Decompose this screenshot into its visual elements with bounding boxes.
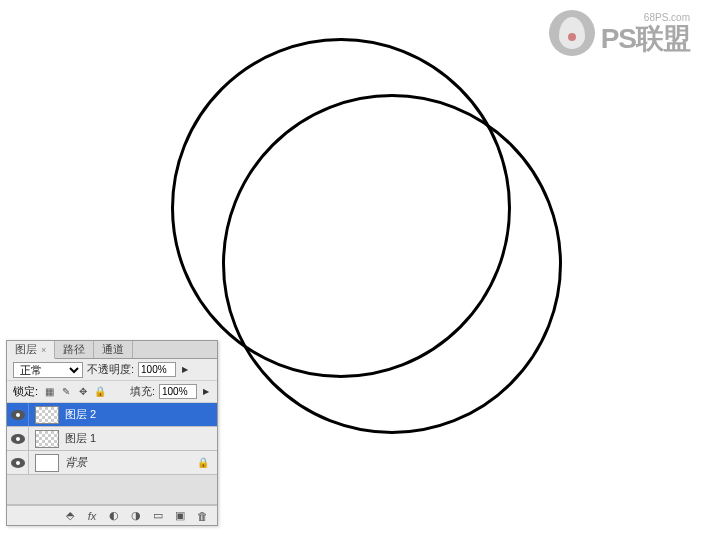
opacity-input[interactable] <box>138 362 176 377</box>
layer-item[interactable]: 图层 1 <box>7 427 217 451</box>
watermark: 68PS.com PS联盟 <box>549 10 690 56</box>
tab-label: 通道 <box>102 342 124 357</box>
layer-item[interactable]: 图层 2 <box>7 403 217 427</box>
watermark-url: 68PS.com <box>601 13 690 23</box>
layer-thumbnail[interactable] <box>35 430 59 448</box>
visibility-toggle[interactable] <box>7 451 29 474</box>
circle-shape-2 <box>222 94 562 434</box>
layer-name[interactable]: 背景 <box>65 455 87 470</box>
lock-transparency-icon[interactable]: ▦ <box>42 385 56 399</box>
tab-label: 图层 <box>15 342 37 357</box>
fill-label: 填充: <box>130 384 155 399</box>
layers-panel: 图层 × 路径 通道 正常 不透明度: ▶ 锁定: ▦ ✎ ✥ 🔒 填充: ▶ <box>6 340 218 526</box>
eye-icon <box>11 434 25 444</box>
tab-channels[interactable]: 通道 <box>94 341 133 358</box>
link-layers-icon[interactable]: ⬘ <box>63 509 77 523</box>
lock-position-icon[interactable]: ✥ <box>76 385 90 399</box>
blend-mode-select[interactable]: 正常 <box>13 362 83 378</box>
layer-item[interactable]: 背景 🔒 <box>7 451 217 475</box>
watermark-brand: PS联盟 <box>601 25 690 53</box>
new-layer-icon[interactable]: ▣ <box>173 509 187 523</box>
fill-input[interactable] <box>159 384 197 399</box>
opacity-flyout-icon[interactable]: ▶ <box>180 365 190 374</box>
tab-close-icon[interactable]: × <box>41 345 46 355</box>
layer-list-spacer <box>7 475 217 505</box>
lock-fill-row: 锁定: ▦ ✎ ✥ 🔒 填充: ▶ <box>7 381 217 403</box>
panel-footer: ⬘ fx ◐ ◑ ▭ ▣ 🗑 <box>7 505 217 525</box>
layer-thumbnail[interactable] <box>35 406 59 424</box>
watermark-logo-icon <box>549 10 595 56</box>
layer-group-icon[interactable]: ▭ <box>151 509 165 523</box>
fill-flyout-icon[interactable]: ▶ <box>201 387 211 396</box>
lock-icons-group: ▦ ✎ ✥ 🔒 <box>42 385 107 399</box>
eye-icon <box>11 410 25 420</box>
lock-pixels-icon[interactable]: ✎ <box>59 385 73 399</box>
tab-label: 路径 <box>63 342 85 357</box>
tab-paths[interactable]: 路径 <box>55 341 94 358</box>
visibility-toggle[interactable] <box>7 403 29 426</box>
layer-mask-icon[interactable]: ◐ <box>107 509 121 523</box>
blend-opacity-row: 正常 不透明度: ▶ <box>7 359 217 381</box>
layer-style-icon[interactable]: fx <box>85 509 99 523</box>
layer-thumbnail[interactable] <box>35 454 59 472</box>
tab-layers[interactable]: 图层 × <box>7 341 55 359</box>
lock-indicator-icon: 🔒 <box>197 457 209 468</box>
lock-all-icon[interactable]: 🔒 <box>93 385 107 399</box>
layer-list: 图层 2 图层 1 背景 🔒 <box>7 403 217 505</box>
panel-tabs: 图层 × 路径 通道 <box>7 341 217 359</box>
layer-name[interactable]: 图层 2 <box>65 407 96 422</box>
lock-label: 锁定: <box>13 384 38 399</box>
layer-name[interactable]: 图层 1 <box>65 431 96 446</box>
visibility-toggle[interactable] <box>7 427 29 450</box>
opacity-label: 不透明度: <box>87 362 134 377</box>
eye-icon <box>11 458 25 468</box>
delete-layer-icon[interactable]: 🗑 <box>195 509 209 523</box>
adjustment-layer-icon[interactable]: ◑ <box>129 509 143 523</box>
